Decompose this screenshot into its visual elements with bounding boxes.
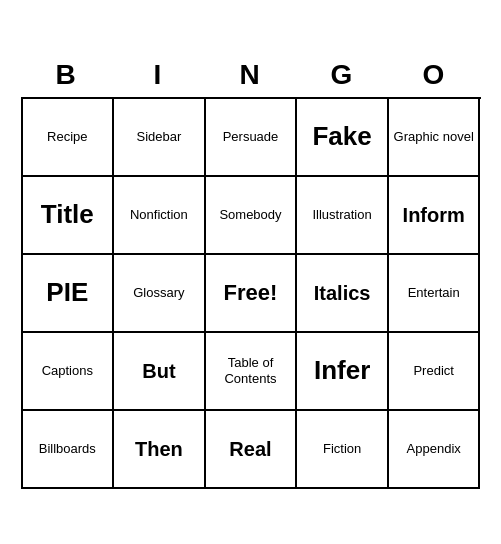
bingo-cell: Infer	[297, 333, 389, 411]
cell-text: Captions	[42, 363, 93, 379]
cell-text: Infer	[314, 355, 370, 386]
cell-text: Fake	[312, 121, 371, 152]
cell-text: Recipe	[47, 129, 87, 145]
cell-text: Entertain	[408, 285, 460, 301]
bingo-cell: But	[114, 333, 206, 411]
cell-text: Italics	[314, 281, 371, 305]
cell-text: Free!	[224, 280, 278, 306]
bingo-card: BINGO RecipeSidebarPersuadeFakeGraphic n…	[21, 55, 481, 489]
header-letter: B	[21, 55, 113, 97]
bingo-cell: Nonfiction	[114, 177, 206, 255]
cell-text: Glossary	[133, 285, 184, 301]
cell-text: Billboards	[39, 441, 96, 457]
bingo-cell: Real	[206, 411, 298, 489]
bingo-cell: Inform	[389, 177, 481, 255]
bingo-cell: Graphic novel	[389, 99, 481, 177]
cell-text: But	[142, 359, 175, 383]
cell-text: PIE	[46, 277, 88, 308]
bingo-cell: Free!	[206, 255, 298, 333]
header-letter: N	[205, 55, 297, 97]
bingo-cell: PIE	[23, 255, 115, 333]
bingo-cell: Fiction	[297, 411, 389, 489]
cell-text: Sidebar	[136, 129, 181, 145]
bingo-cell: Illustration	[297, 177, 389, 255]
bingo-cell: Table of Contents	[206, 333, 298, 411]
cell-text: Predict	[413, 363, 453, 379]
cell-text: Illustration	[312, 207, 371, 223]
cell-text: Fiction	[323, 441, 361, 457]
cell-text: Inform	[403, 203, 465, 227]
bingo-cell: Fake	[297, 99, 389, 177]
header-letter: O	[389, 55, 481, 97]
cell-text: Real	[229, 437, 271, 461]
cell-text: Table of Contents	[210, 355, 292, 386]
cell-text: Graphic novel	[394, 129, 474, 145]
bingo-cell: Then	[114, 411, 206, 489]
cell-text: Then	[135, 437, 183, 461]
bingo-cell: Appendix	[389, 411, 481, 489]
cell-text: Nonfiction	[130, 207, 188, 223]
cell-text: Persuade	[223, 129, 279, 145]
bingo-grid: RecipeSidebarPersuadeFakeGraphic novelTi…	[21, 97, 481, 489]
bingo-cell: Recipe	[23, 99, 115, 177]
cell-text: Appendix	[407, 441, 461, 457]
bingo-cell: Billboards	[23, 411, 115, 489]
bingo-cell: Glossary	[114, 255, 206, 333]
bingo-header: BINGO	[21, 55, 481, 97]
bingo-cell: Captions	[23, 333, 115, 411]
header-letter: G	[297, 55, 389, 97]
bingo-cell: Entertain	[389, 255, 481, 333]
bingo-cell: Somebody	[206, 177, 298, 255]
bingo-cell: Predict	[389, 333, 481, 411]
bingo-cell: Sidebar	[114, 99, 206, 177]
bingo-cell: Persuade	[206, 99, 298, 177]
cell-text: Title	[41, 199, 94, 230]
bingo-cell: Title	[23, 177, 115, 255]
cell-text: Somebody	[219, 207, 281, 223]
bingo-cell: Italics	[297, 255, 389, 333]
header-letter: I	[113, 55, 205, 97]
